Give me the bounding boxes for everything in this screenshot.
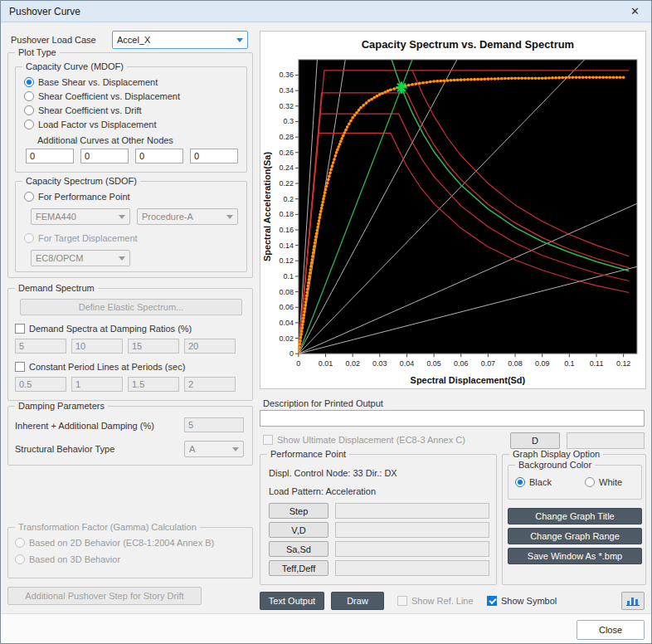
- define-elastic-spectrum-button: Define Elastic Spectrum...: [20, 299, 242, 315]
- chevron-down-icon: [119, 215, 125, 219]
- d-button[interactable]: D: [510, 432, 560, 449]
- radio-label: Base Shear vs. Displacement: [38, 77, 158, 87]
- checkbox-label: Demand Spectra at Damping Ratios (%): [29, 324, 192, 334]
- radio-base-shear-vs-displacement[interactable]: Base Shear vs. Displacement: [24, 77, 158, 87]
- pushover-chart: Capacity Spectrum vs. Demand Spectrum00.…: [260, 32, 645, 388]
- period-lines-checkbox[interactable]: Constant Period Lines at Periods (sec): [15, 362, 185, 372]
- draw-button[interactable]: Draw: [331, 592, 384, 610]
- damping-input-1: [15, 339, 66, 354]
- pushover-chart-card: Capacity Spectrum vs. Demand Spectrum00.…: [260, 31, 646, 389]
- radio-label: Shear Coefficient vs. Drift: [38, 105, 142, 115]
- damping-input-4: [184, 339, 236, 354]
- target-code-value: EC8/OPCM: [36, 253, 83, 263]
- period-input-2: [71, 377, 123, 392]
- node-input-3[interactable]: [135, 149, 183, 163]
- radio-shear-coefficient-vs-drift[interactable]: Shear Coefficient vs. Drift: [24, 105, 142, 115]
- radio-shear-coefficient-vs-displacement[interactable]: Shear Coefficient vs. Displacement: [24, 91, 180, 101]
- procedure-select: Procedure-A: [137, 208, 238, 225]
- save-window-bmp-button[interactable]: Save Window As *.bmp: [508, 548, 642, 564]
- radio-dot: [515, 477, 525, 487]
- svg-text:0.11: 0.11: [590, 359, 604, 368]
- radio-dot: [15, 554, 25, 564]
- step-button[interactable]: Step: [269, 503, 328, 519]
- damping-parameters-group: Damping Parameters Inherent + Additional…: [7, 406, 253, 466]
- checkbox-label: Show Symbol: [501, 596, 557, 606]
- displ-control-node-info: Displ. Control Node: 33 Dir.: DX: [269, 468, 397, 478]
- button-label: Sa,Sd: [286, 544, 311, 554]
- load-case-select[interactable]: Accel_X: [112, 31, 248, 49]
- text-output-button[interactable]: Text Output: [260, 592, 324, 610]
- radio-dot: [24, 77, 34, 87]
- chevron-down-icon: [236, 38, 243, 42]
- window-title: Pushover Curve: [9, 6, 80, 17]
- code-select: FEMA440: [31, 208, 130, 225]
- radio-label: Based on 2D Behavior (EC8-1:2004 Annex B…: [29, 538, 214, 548]
- plot-type-group: Plot Type Capacity Curve (MDOF) Base She…: [7, 52, 253, 278]
- title-bar: Pushover Curve ✕: [1, 1, 651, 22]
- svg-text:0.1: 0.1: [564, 359, 574, 368]
- node-input-4[interactable]: [190, 149, 238, 163]
- button-label: D: [532, 436, 538, 446]
- checkbox-box: [397, 596, 407, 606]
- damping-parameters-title: Damping Parameters: [15, 401, 108, 411]
- procedure-value: Procedure-A: [142, 212, 193, 222]
- checkbox-label: Show Ultimate Displacement (EC8-3 Annex …: [277, 435, 465, 445]
- checkbox-box: [487, 596, 497, 606]
- radio-dot: [24, 233, 34, 243]
- close-icon[interactable]: ✕: [627, 5, 643, 17]
- chevron-down-icon: [119, 256, 125, 261]
- load-case-value: Accel_X: [117, 35, 150, 45]
- svg-text:0.18: 0.18: [279, 210, 293, 218]
- svg-text:0.04: 0.04: [400, 359, 414, 368]
- graph-display-option-title: Graph Display Option: [509, 449, 603, 459]
- damping-ratios-checkbox[interactable]: Demand Spectra at Damping Ratios (%): [15, 324, 192, 334]
- show-ref-line-checkbox: Show Ref. Line: [397, 596, 474, 606]
- teff-deff-button[interactable]: Teff,Deff: [269, 560, 328, 576]
- description-input[interactable]: [260, 410, 645, 427]
- radio-dot: [585, 477, 595, 487]
- sasd-button[interactable]: Sa,Sd: [269, 541, 328, 557]
- svg-text:0.24: 0.24: [279, 163, 293, 172]
- button-label: Text Output: [269, 596, 315, 606]
- checkbox-box: [15, 362, 25, 372]
- radio-label: For Performance Point: [38, 192, 130, 202]
- svg-text:0.08: 0.08: [279, 288, 293, 296]
- demand-spectrum-group: Demand Spectrum Define Elastic Spectrum.…: [7, 288, 253, 401]
- svg-text:0.02: 0.02: [279, 334, 293, 343]
- ultimate-displacement-checkbox: Show Ultimate Displacement (EC8-3 Annex …: [263, 435, 465, 445]
- graph-window-button[interactable]: [621, 592, 645, 610]
- radio-dot: [24, 192, 34, 202]
- node-input-1[interactable]: [26, 149, 74, 163]
- svg-text:0.08: 0.08: [508, 359, 522, 368]
- show-symbol-checkbox[interactable]: Show Symbol: [487, 596, 557, 606]
- button-label: Teff,Deff: [282, 564, 316, 573]
- checkbox-label: Constant Period Lines at Periods (sec): [29, 362, 185, 372]
- capacity-curve-group: Capacity Curve (MDOF) Base Shear vs. Dis…: [15, 66, 247, 173]
- transformation-factor-title: Transformation Factor (Gamma) Calculatio…: [15, 522, 200, 532]
- radio-label: White: [599, 477, 622, 487]
- button-label: Change Graph Title: [535, 511, 614, 521]
- button-label: Draw: [347, 596, 368, 606]
- radio-background-black[interactable]: Black: [515, 477, 552, 487]
- node-input-2[interactable]: [80, 149, 129, 163]
- radio-background-white[interactable]: White: [585, 477, 622, 487]
- radio-label: Based on 3D Behavior: [29, 554, 120, 564]
- checkbox-box: [263, 435, 273, 445]
- vd-button[interactable]: V,D: [269, 522, 328, 538]
- svg-text:0: 0: [290, 349, 294, 358]
- period-input-1: [15, 377, 66, 392]
- radio-for-performance-point[interactable]: For Performance Point: [24, 192, 130, 202]
- transformation-factor-group: Transformation Factor (Gamma) Calculatio…: [7, 527, 253, 578]
- target-code-select: EC8/OPCM: [31, 250, 130, 266]
- change-graph-range-button[interactable]: Change Graph Range: [508, 528, 642, 544]
- close-button[interactable]: Close: [577, 620, 645, 640]
- svg-text:0.36: 0.36: [279, 71, 293, 79]
- radio-load-factor-vs-displacement[interactable]: Load Factor vs Displacement: [24, 120, 156, 129]
- capacity-curve-title: Capacity Curve (MDOF): [22, 61, 127, 71]
- svg-text:0.16: 0.16: [279, 226, 293, 234]
- change-graph-title-button[interactable]: Change Graph Title: [508, 508, 642, 524]
- performance-point-group: Performance Point Displ. Control Node: 3…: [260, 454, 497, 585]
- svg-text:0.12: 0.12: [616, 359, 630, 368]
- button-label: Change Graph Range: [530, 531, 620, 541]
- inherent-damping-input: [184, 417, 244, 432]
